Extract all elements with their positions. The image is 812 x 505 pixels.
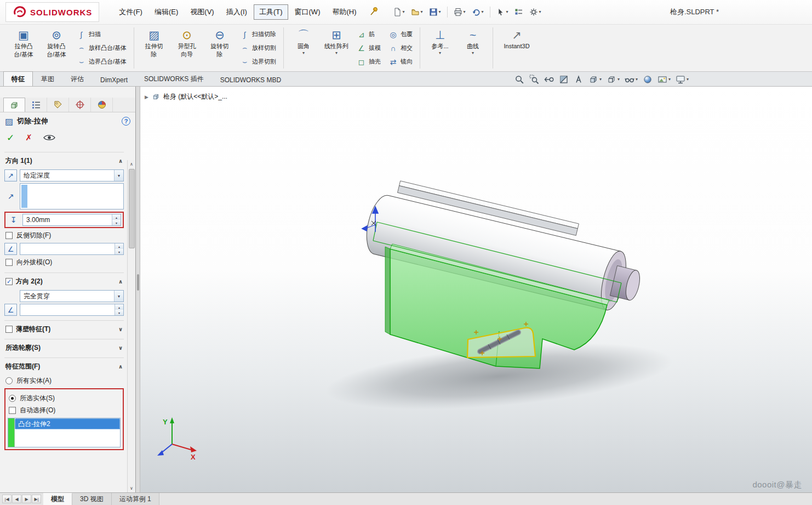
menu-edit[interactable]: 编辑(E) xyxy=(149,4,184,20)
tab-evaluate[interactable]: 评估 xyxy=(62,71,92,86)
selected-contours-header[interactable]: 所选轮廓(S) ∨ xyxy=(4,340,124,355)
checkbox-box[interactable] xyxy=(5,232,13,239)
panel-tab-propertymanager[interactable] xyxy=(25,98,47,112)
apply-scene-button[interactable]: ▾ xyxy=(657,75,671,84)
depth-field[interactable]: 3.00mm ▴ ▾ xyxy=(22,214,121,226)
feature-scope-header[interactable]: 特征范围(F) ∧ xyxy=(4,359,124,373)
panel-tab-featuremanager[interactable] xyxy=(3,98,25,112)
loft-cut-button[interactable]: ⌢ 放样切割 xyxy=(238,42,278,54)
tab-addins[interactable]: SOLIDWORKS 插件 xyxy=(136,71,212,86)
feature-scope-list[interactable]: 凸台-拉伸2 xyxy=(8,418,121,447)
display-style-button[interactable]: ▾ xyxy=(607,75,620,84)
panel-tab-displaymanager[interactable] xyxy=(91,98,113,112)
edit-appearance-button[interactable] xyxy=(643,75,653,84)
radio-circle[interactable] xyxy=(9,395,16,402)
open-document-button[interactable]: ▾ xyxy=(409,6,425,18)
direction2-header[interactable]: ✓ 方向 2(2) ∧ xyxy=(4,274,124,288)
draft-button-ribbon[interactable]: ∠ 拔模 xyxy=(354,42,383,54)
menu-view[interactable]: 视图(V) xyxy=(185,4,219,20)
draft2-spinner[interactable]: ▴ ▾ xyxy=(115,304,123,315)
view-settings-button[interactable]: ▾ xyxy=(676,75,689,84)
menu-help[interactable]: 帮助(H) xyxy=(327,4,362,20)
scope-list-item[interactable]: 凸台-拉伸2 xyxy=(15,418,120,429)
expand-chevron-icon[interactable]: ∨ xyxy=(118,345,123,351)
menu-window[interactable]: 窗口(W) xyxy=(289,4,326,20)
boundary-cut-button[interactable]: ⌣ 边界切割 xyxy=(238,55,278,68)
draft-spinner[interactable]: ▴ ▾ xyxy=(115,243,123,254)
save-button[interactable]: ▾ xyxy=(427,6,443,18)
linear-pattern-button[interactable]: ⊞ 线性阵列 ▾ xyxy=(321,26,352,70)
wrap-button[interactable]: ◎ 包覆 xyxy=(386,28,415,41)
spin-down-icon[interactable]: ▾ xyxy=(115,310,123,315)
draft-angle-button[interactable]: ∠ xyxy=(4,243,17,255)
nav-first-button[interactable]: |◀ xyxy=(2,495,12,503)
collapse-chevron-icon[interactable]: ∧ xyxy=(118,364,123,370)
auto-select-checkbox[interactable]: 自动选择(O) xyxy=(9,406,119,415)
nav-next-button[interactable]: ▶ xyxy=(22,495,31,503)
scrollbar-thumb[interactable] xyxy=(129,169,135,248)
tab-model[interactable]: 模型 xyxy=(43,493,72,505)
sweep-cut-button[interactable]: ∫ 扫描切除 xyxy=(238,28,278,41)
nav-prev-button[interactable]: ◀ xyxy=(12,495,21,503)
instant3d-button[interactable]: ↗ Instant3D xyxy=(497,26,536,70)
panel-tab-dimxpert[interactable] xyxy=(69,98,91,112)
menu-file[interactable]: 文件(F) xyxy=(113,4,148,20)
loft-button[interactable]: ⌢ 放样凸台/基体 xyxy=(75,42,129,54)
end-condition-combo[interactable]: 给定深度 ▾ xyxy=(20,169,124,181)
curves-button[interactable]: ~ 曲线 ▾ xyxy=(457,26,489,70)
draft-angle2-field[interactable]: ▴ ▾ xyxy=(20,304,124,316)
scroll-down-icon[interactable]: ∨ xyxy=(128,484,135,492)
zoom-fit-button[interactable] xyxy=(514,75,524,84)
draft-angle-field[interactable]: ▴ ▾ xyxy=(20,243,124,255)
sweep-button[interactable]: ∫ 扫描 xyxy=(75,28,129,41)
direction-reference-box[interactable] xyxy=(20,183,124,209)
extrude-cut-button[interactable]: ▨ 拉伸切 除 xyxy=(138,26,170,70)
spin-down-icon[interactable]: ▾ xyxy=(112,220,121,225)
spin-up-icon[interactable]: ▴ xyxy=(115,243,123,249)
mirror-button[interactable]: ⇄ 镜向 xyxy=(386,55,415,68)
scroll-up-icon[interactable]: ∧ xyxy=(128,160,135,168)
checkbox-box[interactable] xyxy=(9,407,16,414)
options-button[interactable]: ▾ xyxy=(527,6,544,18)
intersect-button[interactable]: ∩ 相交 xyxy=(386,42,415,54)
thin-feature-header[interactable]: 薄壁特征(T) ∨ xyxy=(4,321,124,336)
draft-outward-checkbox[interactable]: 向外拔模(O) xyxy=(5,258,123,267)
selected-bodies-radio[interactable]: 所选实体(S) xyxy=(9,394,119,403)
tab-sketch[interactable]: 草图 xyxy=(33,71,62,86)
model-canvas[interactable]: Y X xyxy=(140,87,812,492)
tab-3d-views[interactable]: 3D 视图 xyxy=(72,493,112,505)
revolve-cut-button[interactable]: ⊖ 旋转切 除 xyxy=(204,26,236,70)
ok-button[interactable]: ✓ xyxy=(7,132,14,144)
reverse-direction-button[interactable]: ↗ xyxy=(4,169,17,181)
graphics-viewport[interactable]: ▶ 枪身 (默认<<默认>_... xyxy=(140,87,812,492)
direction1-header[interactable]: 方向 1(1) ∧ xyxy=(4,153,124,168)
collapse-chevron-icon[interactable]: ∧ xyxy=(118,279,123,285)
checkbox-box[interactable] xyxy=(5,259,13,266)
all-bodies-radio[interactable]: 所有实体(A) xyxy=(5,376,123,385)
preview-eye-icon[interactable] xyxy=(43,134,55,141)
cancel-button[interactable]: ✗ xyxy=(25,133,32,143)
shell-button[interactable]: ◻ 抽壳 xyxy=(354,55,383,68)
thin-feature-checkbox[interactable] xyxy=(5,326,13,333)
view-orientation-button[interactable]: ▾ xyxy=(588,75,602,84)
direction2-checkbox[interactable]: ✓ xyxy=(5,278,13,285)
zoom-area-button[interactable] xyxy=(529,75,539,84)
dynamic-annotation-button[interactable] xyxy=(574,75,584,84)
spin-up-icon[interactable]: ▴ xyxy=(115,304,123,310)
tab-mbd[interactable]: SOLIDWORKS MBD xyxy=(212,73,289,86)
previous-view-button[interactable] xyxy=(544,75,554,84)
collapse-chevron-icon[interactable]: ∧ xyxy=(118,158,123,164)
expand-chevron-icon[interactable]: ∨ xyxy=(118,326,123,332)
revolve-boss-button[interactable]: ⊚ 旋转凸 台/基体 xyxy=(41,26,72,70)
section-view-button[interactable] xyxy=(559,75,569,84)
part-tree-label[interactable]: 枪身 (默认<<默认>_... xyxy=(163,92,227,101)
help-button[interactable]: ? xyxy=(122,117,130,126)
rib-button[interactable]: ⊿ 筋 xyxy=(354,28,383,41)
panel-splitter[interactable] xyxy=(136,87,140,492)
select-button[interactable]: ▾ xyxy=(494,6,511,18)
extrude-boss-button[interactable]: ▣ 拉伸凸 台/基体 xyxy=(8,26,39,70)
tab-dimx[interactable]: DimXpert xyxy=(92,73,136,86)
spin-up-icon[interactable]: ▴ xyxy=(112,214,121,220)
print-button[interactable]: ▾ xyxy=(451,6,468,18)
feature-breadcrumb[interactable]: ▶ 枪身 (默认<<默认>_... xyxy=(145,92,227,101)
